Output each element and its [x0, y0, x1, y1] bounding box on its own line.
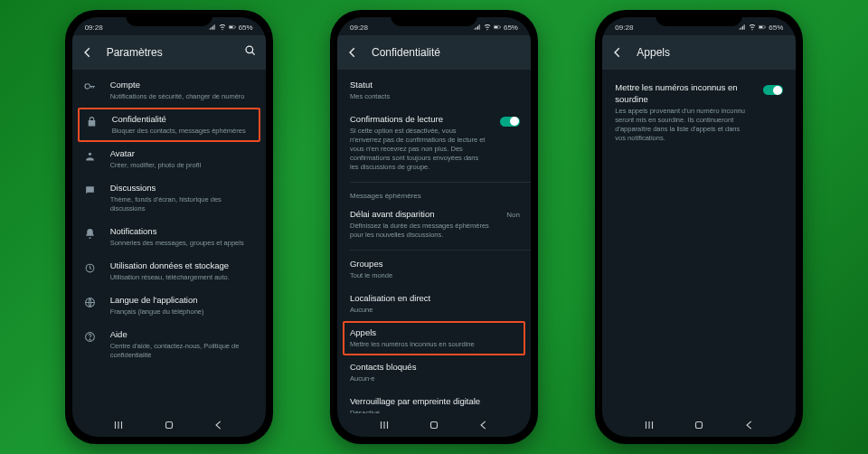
phone-frame: 09:28 65% Paramètres Compte Notification…: [65, 10, 273, 444]
nav-home[interactable]: [686, 419, 712, 431]
settings-item-privacy[interactable]: Confidentialité Bloquer des contacts, me…: [78, 108, 260, 142]
app-bar: Appels: [602, 35, 796, 70]
nav-home[interactable]: [156, 419, 182, 431]
phone-frame: 09:28 65% Confidentialité Statut Mes con…: [330, 10, 538, 444]
privacy-item-read-receipts[interactable]: Confirmations de lecture Si cette option…: [337, 108, 531, 178]
nav-back[interactable]: [737, 419, 762, 431]
key-icon: [83, 80, 98, 93]
item-sub: Thème, fonds d'écran, historique des dis…: [110, 195, 255, 213]
screen: 09:28 65% Paramètres Compte Notification…: [72, 17, 266, 437]
settings-item-notifications[interactable]: Notifications Sonneries des messages, gr…: [72, 220, 266, 254]
item-label: Appels: [350, 327, 518, 339]
back-icon[interactable]: [346, 46, 359, 59]
notch: [656, 10, 742, 26]
item-sub: Bloquer des contacts, messages éphémères: [112, 127, 253, 136]
svg-point-3: [246, 46, 253, 53]
data-icon: [83, 260, 98, 274]
app-bar: Confidentialité: [337, 35, 531, 70]
section-ephemeral: Messages éphémères: [337, 184, 531, 203]
search-icon[interactable]: [244, 44, 257, 61]
svg-rect-17: [696, 422, 703, 429]
screen: 09:28 65% Appels Mettre les numéros inco…: [602, 17, 796, 437]
item-label: Langue de l'application: [110, 295, 255, 307]
settings-item-language[interactable]: Langue de l'application Français (langue…: [72, 288, 266, 323]
back-icon[interactable]: [81, 46, 94, 59]
item-label: Contacts bloqués: [350, 362, 520, 374]
settings-item-avatar[interactable]: Avatar Créer, modifier, photo de profil: [72, 142, 266, 176]
settings-item-chats[interactable]: Discussions Thème, fonds d'écran, histor…: [72, 176, 266, 220]
svg-rect-12: [500, 26, 501, 27]
item-sub: Si cette option est désactivée, vous n'e…: [350, 127, 487, 173]
privacy-item-fingerprint[interactable]: Verrouillage par empreinte digitale Désa…: [337, 390, 531, 413]
settings-item-storage[interactable]: Utilisation données et stockage Utilisat…: [72, 254, 266, 288]
item-sub: Sonneries des messages, groupes et appel…: [110, 239, 255, 248]
globe-icon: [83, 295, 98, 308]
lock-icon: [85, 114, 99, 128]
svg-point-4: [89, 153, 91, 156]
privacy-item-blocked[interactable]: Contacts bloqués Aucun·e: [337, 355, 531, 390]
item-label: Localisation en direct: [350, 293, 520, 305]
signal-icon: [209, 24, 216, 31]
phone-frame: 09:28 65% Appels Mettre les numéros inco…: [595, 10, 803, 444]
svg-rect-15: [760, 26, 763, 28]
chat-icon: [83, 183, 98, 196]
toggle-on[interactable]: [763, 85, 783, 95]
notch: [126, 10, 212, 26]
nav-recent[interactable]: [637, 419, 662, 431]
nav-bar: [337, 413, 531, 437]
nav-back[interactable]: [206, 419, 231, 431]
item-label: Discussions: [110, 183, 255, 194]
privacy-item-status[interactable]: Statut Mes contacts: [337, 73, 531, 108]
battery-icon: [494, 24, 501, 31]
wifi-icon: [484, 24, 491, 31]
settings-list: Compte Notifications de sécurité, change…: [72, 70, 266, 413]
page-title: Appels: [637, 46, 787, 59]
item-label: Utilisation données et stockage: [110, 260, 255, 272]
screen: 09:28 65% Confidentialité Statut Mes con…: [337, 17, 531, 437]
svg-rect-9: [165, 422, 172, 429]
nav-recent[interactable]: [106, 419, 131, 431]
avatar-icon: [83, 148, 98, 162]
nav-bar: [602, 413, 796, 437]
item-sub: Aucune: [350, 306, 520, 315]
status-right: 65%: [209, 24, 253, 32]
item-label: Confidentialité: [112, 114, 253, 126]
help-icon: [83, 329, 98, 343]
status-time: 09:28: [350, 24, 368, 32]
svg-point-8: [90, 338, 90, 339]
privacy-item-calls[interactable]: Appels Mettre les numéros inconnus en so…: [343, 321, 525, 355]
item-trail: Non: [506, 209, 520, 219]
nav-back[interactable]: [471, 419, 496, 431]
item-label: Mettre les numéros inconnus en sourdine: [615, 82, 750, 106]
svg-rect-11: [494, 26, 497, 28]
svg-rect-2: [235, 26, 236, 27]
calls-item-mute-unknown[interactable]: Mettre les numéros inconnus en sourdine …: [602, 73, 796, 152]
nav-recent[interactable]: [372, 419, 397, 431]
page-title: Paramètres: [107, 46, 231, 59]
signal-icon: [474, 24, 481, 31]
bell-icon: [83, 226, 98, 240]
status-battery: 65%: [769, 24, 783, 32]
battery-icon: [759, 24, 766, 31]
calls-list: Mettre les numéros inconnus en sourdine …: [602, 70, 796, 413]
privacy-list: Statut Mes contacts Confirmations de lec…: [337, 70, 531, 413]
item-label: Aide: [110, 329, 255, 341]
item-label: Verrouillage par empreinte digitale: [350, 396, 520, 408]
item-label: Délai avant disparition: [350, 209, 494, 221]
nav-home[interactable]: [421, 419, 447, 431]
app-bar: Paramètres: [72, 35, 266, 70]
wifi-icon: [749, 24, 756, 31]
item-sub: Définissez la durée des messages éphémèr…: [350, 222, 494, 240]
privacy-item-timer[interactable]: Délai avant disparition Définissez la du…: [337, 203, 531, 246]
item-label: Avatar: [110, 148, 255, 160]
settings-item-help[interactable]: Aide Centre d'aide, contactez-nous, Poli…: [72, 323, 266, 366]
privacy-item-live-location[interactable]: Localisation en direct Aucune: [337, 287, 531, 321]
item-label: Notifications: [110, 226, 255, 238]
toggle-on[interactable]: [500, 117, 520, 127]
nav-bar: [72, 413, 266, 437]
back-icon[interactable]: [611, 46, 624, 59]
privacy-item-groups[interactable]: Groupes Tout le monde: [337, 252, 531, 287]
settings-item-account[interactable]: Compte Notifications de sécurité, change…: [72, 73, 266, 108]
status-right: 65%: [739, 24, 783, 32]
item-sub: Mes contacts: [350, 92, 520, 101]
